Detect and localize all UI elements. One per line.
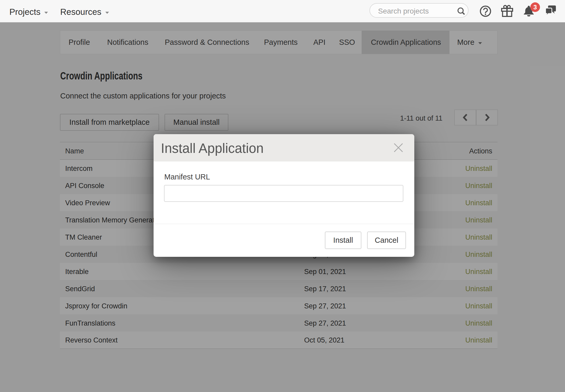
svg-text:3: 3 xyxy=(533,4,537,11)
